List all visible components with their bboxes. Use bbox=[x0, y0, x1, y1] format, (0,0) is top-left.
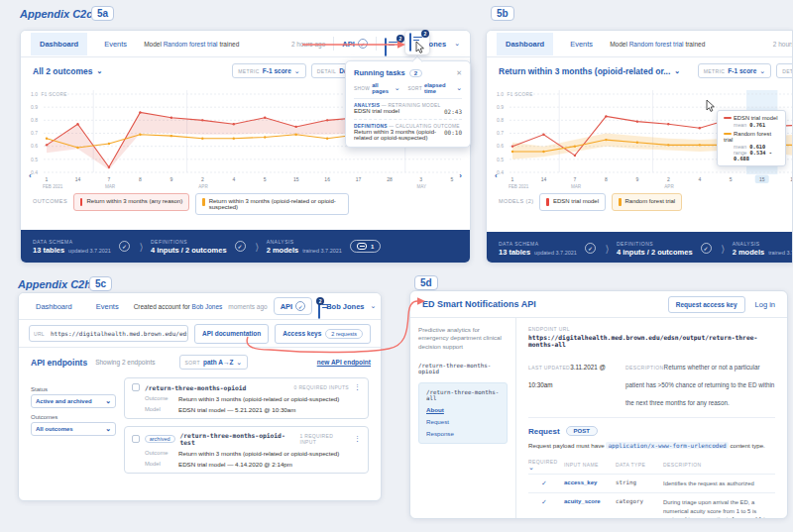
tab-dashboard[interactable]: Dashboard bbox=[497, 33, 553, 55]
svg-text:1.0: 1.0 bbox=[497, 91, 504, 97]
svg-text:3: 3 bbox=[419, 176, 422, 182]
legend-chip-random-forest[interactable]: Random forest trial bbox=[612, 193, 682, 211]
chart-prev-button[interactable]: ‹ bbox=[29, 171, 32, 180]
col-required[interactable]: REQUIRED ⌄ bbox=[528, 456, 564, 475]
figure-tag-5c: 5c bbox=[89, 276, 112, 291]
new-api-endpoint-link[interactable]: new API endpoint bbox=[317, 359, 371, 366]
required-check: ✓ bbox=[528, 493, 564, 518]
chevron-down-icon: ⌄ bbox=[96, 69, 102, 73]
endpoint-path: /return-three-months-opioid-test bbox=[180, 432, 295, 446]
svg-text:7: 7 bbox=[574, 176, 577, 182]
required-inputs-count: 1 REQUIRED INPUT bbox=[300, 433, 349, 445]
running-tasks-icon[interactable]: 2 bbox=[318, 301, 320, 312]
metric-select[interactable]: METRICF-1 score⌄ bbox=[698, 63, 771, 78]
footer-running-task-pill[interactable]: 1 bbox=[350, 240, 381, 253]
footer-definitions[interactable]: DEFINITIONS4 inputs / 2 outcomes bbox=[151, 239, 227, 255]
legend-chip-any-reason[interactable]: Return within 3 months (any reason) bbox=[73, 193, 189, 211]
sort-select[interactable]: SORTpath A→Z⌄ bbox=[179, 355, 249, 370]
legend-chip-edsn[interactable]: EDSN trial model bbox=[539, 193, 606, 211]
api-url-field: URL https://digitalhealth.med.brown.edu/… bbox=[29, 325, 188, 342]
outcomes-filter-select[interactable]: All outcomes⌄ bbox=[31, 422, 116, 436]
api-documentation-button[interactable]: API documentation bbox=[194, 324, 269, 344]
chart-next-button[interactable]: › bbox=[459, 171, 462, 180]
status-filter-select[interactable]: Active and archived⌄ bbox=[31, 394, 116, 408]
outcome-selector[interactable]: Return within 3 months (opioid-related o… bbox=[499, 66, 667, 76]
chevron-right-icon: › bbox=[256, 235, 259, 259]
model-link[interactable]: Random forest trial bbox=[164, 41, 218, 48]
svg-text:2: 2 bbox=[201, 176, 204, 182]
docs-tagline: Predictive analytics for emergency depar… bbox=[418, 326, 508, 351]
required-check: ✓ bbox=[528, 475, 564, 493]
tab-dashboard[interactable]: Dashboard bbox=[27, 295, 81, 318]
running-tasks-popup: Running tasks 2 ✕ SHOWall pages⌄ SORTela… bbox=[345, 60, 471, 148]
input-name-link[interactable]: acuity_score bbox=[564, 493, 616, 518]
sidebar-link-response[interactable]: Response bbox=[426, 430, 500, 437]
table-row: ✓ acuity_score category During triage up… bbox=[528, 493, 775, 518]
endpoint-outcome: Return within 3 months (opioid-related o… bbox=[178, 395, 339, 402]
panel-5c-api: Dashboard Events Created account for Bob… bbox=[18, 292, 382, 501]
metric-select[interactable]: METRICF-1 score⌄ bbox=[232, 63, 305, 78]
footer-data-schema[interactable]: DATA SCHEMA13 tablesupdated 3.7.2021 bbox=[499, 241, 577, 257]
mouse-cursor bbox=[706, 99, 715, 112]
docs-sidebar: Predictive analytics for emergency depar… bbox=[410, 318, 515, 518]
docs-header: ED Smart Notifications API Request acces… bbox=[410, 291, 787, 318]
endpoint-card[interactable]: /return-three-months-opioid 0 REQUIRED I… bbox=[124, 377, 369, 419]
svg-text:5: 5 bbox=[264, 176, 267, 182]
sidebar-link-about[interactable]: About bbox=[426, 406, 500, 413]
endpoint-checkbox[interactable] bbox=[132, 435, 140, 443]
svg-text:0.9: 0.9 bbox=[31, 104, 38, 110]
access-keys-button[interactable]: Access keys2 requests bbox=[275, 324, 371, 344]
data-type: string bbox=[616, 475, 663, 493]
input-description: During triage upon arrival the ED, a num… bbox=[663, 493, 775, 518]
request-section-title: Request bbox=[528, 427, 560, 436]
figure-tag-5b: 5b bbox=[491, 6, 514, 21]
check-circle-icon: ✓ bbox=[235, 241, 246, 252]
series-color-bar bbox=[619, 198, 622, 206]
event-timestamp: 2 hours ago bbox=[773, 41, 793, 48]
detail-select[interactable]: DETAILDay⌄ bbox=[776, 63, 793, 78]
running-tasks-icon[interactable]: 2 bbox=[385, 39, 400, 50]
chart-prev-button[interactable]: ‹ bbox=[495, 171, 498, 180]
tab-events[interactable]: Events bbox=[561, 33, 602, 55]
tab-dashboard[interactable]: Dashboard bbox=[31, 33, 87, 55]
api-status-button[interactable]: API✓ bbox=[342, 39, 368, 49]
status-filter-label: Status bbox=[31, 386, 116, 392]
sidebar-endpoint-opioid[interactable]: /return-three-months-opioid bbox=[418, 363, 508, 374]
svg-text:4: 4 bbox=[698, 176, 701, 182]
input-name-link[interactable]: access_key bbox=[564, 475, 616, 493]
sidebar-link-request[interactable]: Request bbox=[426, 418, 500, 425]
endpoint-model: EDSN trial model — 4.14.2020 @ 2:14pm bbox=[178, 461, 292, 468]
footer-analysis[interactable]: ANALYSIS2 modelstrained 3.7.2021 bbox=[267, 239, 342, 255]
model-link[interactable]: Random forest trial bbox=[629, 41, 684, 48]
divider bbox=[376, 37, 377, 51]
tab-events[interactable]: Events bbox=[87, 295, 128, 318]
legend-chip-opioid[interactable]: Return within 3 months (opioid-related o… bbox=[195, 193, 349, 215]
elapsed-time: 00:10 bbox=[444, 129, 462, 141]
svg-text:0.8: 0.8 bbox=[31, 117, 38, 123]
app-header: Dashboard Events Model Random forest tri… bbox=[487, 31, 793, 57]
chevron-down-icon: ⌄ bbox=[759, 69, 765, 73]
event-status-text: Model Random forest trial trained bbox=[144, 41, 239, 48]
user-link[interactable]: Bob Jones bbox=[192, 303, 223, 310]
sidebar-endpoint-all[interactable]: /return-three-months-all bbox=[426, 389, 500, 401]
tab-events[interactable]: Events bbox=[95, 33, 136, 55]
api-status-button[interactable]: API✓ bbox=[274, 297, 313, 315]
endpoint-checkbox[interactable] bbox=[132, 383, 140, 391]
footer-analysis[interactable]: ANALYSIS2 modelstrained 3.7.2021 bbox=[733, 241, 793, 257]
outcome-selector[interactable]: All 2 outcomes⌄ bbox=[33, 66, 102, 76]
login-link[interactable]: Log in bbox=[755, 300, 775, 309]
more-options-icon[interactable]: ⋮ bbox=[354, 435, 361, 443]
request-access-key-button[interactable]: Request access key bbox=[668, 296, 745, 313]
series-color-bar bbox=[80, 198, 83, 206]
user-menu[interactable]: Bob Jones bbox=[326, 302, 364, 311]
endpoint-card[interactable]: archived /return-three-months-opioid-tes… bbox=[124, 426, 369, 474]
endpoints-count: Showing 2 endpoints bbox=[95, 359, 155, 366]
close-icon[interactable]: ✕ bbox=[456, 69, 462, 77]
svg-text:1.0: 1.0 bbox=[31, 91, 38, 97]
footer-definitions[interactable]: DEFINITIONS4 inputs / 2 outcomes bbox=[617, 241, 693, 257]
svg-text:0.4: 0.4 bbox=[31, 169, 38, 175]
popup-show-select[interactable]: SHOWall pages⌄ bbox=[354, 82, 400, 94]
footer-data-schema[interactable]: DATA SCHEMA13 tablesupdated 3.7.2021 bbox=[33, 239, 111, 255]
more-options-icon[interactable]: ⋮ bbox=[354, 383, 361, 391]
popup-sort-select[interactable]: SORTelapsed time⌄ bbox=[408, 82, 462, 94]
